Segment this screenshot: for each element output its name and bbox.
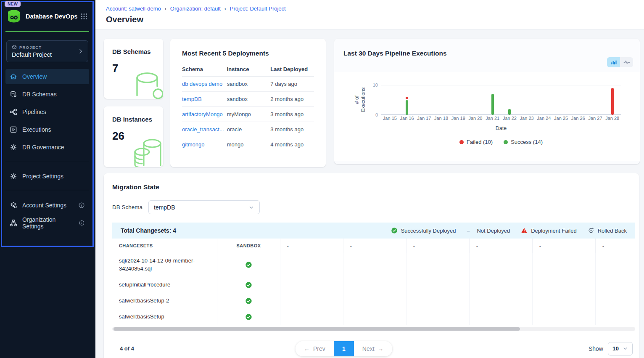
apps-grid-icon[interactable] xyxy=(80,12,88,21)
status-success-cell xyxy=(217,253,280,277)
status-success-cell xyxy=(217,277,280,293)
x-tick: Jan 27 xyxy=(587,116,604,121)
changeset-name-cell: sql/2024-10-14-12-06-member-34240854.sql xyxy=(112,253,217,277)
topbar: Account: satwell-demo›Organization: defa… xyxy=(95,0,644,29)
changesets-col-header: CHANGESETS xyxy=(112,239,217,253)
status-empty-cell xyxy=(470,277,533,293)
sidebar-nav-tertiary: Account SettingsOrganization Settings xyxy=(5,198,89,231)
project-name: Default Project xyxy=(12,51,83,58)
chart-title: Last 30 Days Pipeline Executions xyxy=(334,39,640,57)
db-schemas-card: DB Schemas 7 xyxy=(104,39,163,99)
sidebar-divider xyxy=(5,161,89,161)
status-empty-cell xyxy=(533,293,596,309)
bar-failed-jan-28 xyxy=(611,88,614,115)
pipeline-executions-card: Last 30 Days Pipeline Executions # of Ex… xyxy=(334,39,640,164)
x-tick: Jan 18 xyxy=(433,116,450,121)
status-empty-cell xyxy=(343,293,406,309)
horizontal-scrollbar-thumb[interactable] xyxy=(113,327,520,331)
instance-cell: sandbox xyxy=(227,92,271,107)
schema-link[interactable]: db devops demo xyxy=(182,77,227,92)
chevron-right-icon xyxy=(78,48,84,54)
status-empty-cell xyxy=(470,293,533,309)
db-schema-select-value: tempDB xyxy=(154,204,175,211)
x-tick: Jan 17 xyxy=(415,116,433,121)
schema-link[interactable]: oracle_transact... xyxy=(182,122,227,137)
breadcrumb-item[interactable]: Account: satwell-demo xyxy=(106,5,161,12)
sidebar-item-label: Organization Settings xyxy=(22,216,74,230)
brand-divider xyxy=(5,31,89,32)
x-tick: Jan 21 xyxy=(484,116,501,121)
deployments-col-header: Instance xyxy=(227,62,271,77)
breadcrumb-item[interactable]: Organization: default xyxy=(170,5,221,12)
sidebar-item-overview[interactable]: Overview xyxy=(5,69,89,84)
chevron-down-icon xyxy=(248,204,254,210)
legend-dot xyxy=(459,140,464,144)
bar-failed-jan-16 xyxy=(406,97,408,99)
table-row: gitmongomongo4 months ago xyxy=(182,137,314,152)
project-selector[interactable]: PROJECT Default Project xyxy=(6,40,88,62)
horizontal-scrollbar-track[interactable] xyxy=(112,327,635,331)
sidebar-item-pipelines[interactable]: Pipelines xyxy=(5,104,89,119)
status-empty-cell xyxy=(406,293,470,309)
chart-legend: Failed (10)Success (14) xyxy=(381,139,621,145)
schema-link[interactable]: tempDB xyxy=(182,92,227,107)
check-circle-icon xyxy=(245,281,252,289)
schema-link[interactable]: artifactoryMongo xyxy=(182,107,227,122)
x-tick: Jan 19 xyxy=(450,116,467,121)
sidebar-item-project-settings[interactable]: Project Settings xyxy=(5,169,89,184)
sidebar-divider xyxy=(5,190,89,190)
per-page-select[interactable]: 10 xyxy=(608,342,633,355)
y-tick-10: 10 xyxy=(367,82,378,88)
sidebar-item-db-governance[interactable]: DB Governance xyxy=(5,140,89,155)
status-success-cell xyxy=(217,293,280,309)
prev-button[interactable]: ← Prev xyxy=(296,341,334,356)
status-empty-cell xyxy=(280,293,343,309)
changesets-col-header: - xyxy=(533,239,596,253)
arrow-right-icon: → xyxy=(378,345,384,352)
instance-cell: mongo xyxy=(227,137,271,152)
status-empty-cell xyxy=(596,253,635,277)
bar-success-jan-21 xyxy=(491,94,494,115)
sidebar-item-organization-settings[interactable]: Organization Settings xyxy=(5,215,89,231)
recent-deployments-card: Most Recent 5 Deployments SchemaInstance… xyxy=(170,39,326,167)
total-changesets-label: Total Changesets: 4 xyxy=(121,227,176,234)
gridline-10 xyxy=(381,85,621,85)
status-legend-item: Deployment Failed xyxy=(521,227,576,234)
x-tick: Jan 22 xyxy=(501,116,518,121)
sidebar-item-label: DB Schemas xyxy=(22,91,57,98)
info-icon[interactable] xyxy=(79,220,85,226)
chart-plot-area: # of Executions 10 0 Jan 15Jan 16Jan 17J… xyxy=(334,72,640,161)
breadcrumb-separator: › xyxy=(224,6,226,12)
status-empty-cell xyxy=(280,253,343,277)
sidebar-item-account-settings[interactable]: Account Settings xyxy=(5,198,89,213)
bar-chart-toggle[interactable] xyxy=(607,57,620,67)
db-schema-select[interactable]: tempDB xyxy=(148,200,260,214)
legend-label: Failed (10) xyxy=(467,139,493,145)
sidebar-item-label: Project Settings xyxy=(22,173,63,180)
status-legend: Successfully Deployed–Not DeployedDeploy… xyxy=(391,227,627,234)
changesets-table-wrap: Total Changesets: 4 Successfully Deploye… xyxy=(112,223,635,325)
status-legend-label: Deployment Failed xyxy=(531,228,576,234)
sidebar-item-label: DB Governance xyxy=(22,144,64,151)
x-tick: Jan 24 xyxy=(535,116,552,121)
changesets-col-header: - xyxy=(280,239,343,253)
deployments-col-header: Last Deployed xyxy=(270,62,314,77)
page-1-button[interactable]: 1 xyxy=(334,341,354,356)
line-chart-toggle[interactable] xyxy=(620,57,633,67)
breadcrumb: Account: satwell-demo›Organization: defa… xyxy=(106,5,644,12)
table-row: db devops demosandbox7 days ago xyxy=(182,77,314,92)
schema-link[interactable]: gitmongo xyxy=(182,137,227,152)
breadcrumb-item[interactable]: Project: Default Project xyxy=(230,5,286,12)
sidebar-item-db-schemas[interactable]: DB Schemas xyxy=(5,87,89,102)
sidebar-item-executions[interactable]: Executions xyxy=(5,122,89,137)
check-circle-icon xyxy=(391,227,398,234)
status-empty-cell xyxy=(343,309,406,325)
info-icon[interactable] xyxy=(78,202,85,209)
bar-success-jan-16 xyxy=(406,100,408,115)
status-success-cell xyxy=(217,309,280,325)
arrow-left-icon: ← xyxy=(304,345,310,352)
status-empty-cell xyxy=(470,309,533,325)
status-empty-cell xyxy=(533,309,596,325)
next-button[interactable]: Next → xyxy=(354,341,392,356)
deployments-col-header: Schema xyxy=(182,62,227,77)
